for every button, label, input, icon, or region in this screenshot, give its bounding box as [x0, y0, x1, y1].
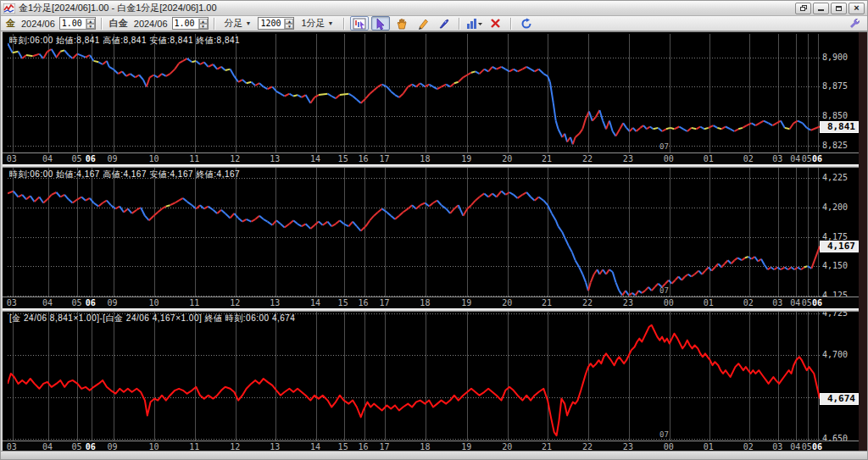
y-tick-label: 4,200: [822, 202, 848, 212]
spin-down-icon[interactable]: ▼: [199, 24, 208, 29]
maximize-icon: [836, 6, 842, 11]
minimize-icon: [818, 9, 824, 11]
x-tick-label: 06: [812, 154, 822, 163]
x-tick-label: 06: [86, 154, 96, 163]
spread-formula-readout: [金 24/06 8,841×1.00]-[白金 24/06 4,167×1.0…: [9, 313, 295, 324]
x-tick-label: 15: [338, 154, 348, 163]
refresh-button[interactable]: [517, 16, 536, 30]
window-bottom-frame: [1, 451, 867, 459]
gold-plot[interactable]: [8, 34, 820, 152]
pen-tool-button[interactable]: [435, 16, 453, 30]
y-tick-label: 4,150: [822, 261, 848, 270]
histogram-tool-button[interactable]: [465, 16, 484, 30]
chart-region: 時刻:06:00 始値:8,841 高値:8,841 安値:8,841 終値:8…: [3, 31, 867, 452]
x-tick-label: 13: [270, 154, 280, 163]
gold-ohlc-readout: 時刻:06:00 始値:8,841 高値:8,841 安値:8,841 終値:8…: [9, 35, 240, 47]
spin-down-icon[interactable]: ▼: [86, 24, 95, 29]
spread-price-axis: 4,7254,7004,6754,6504,674: [820, 312, 859, 441]
toolbar: 金 2024/06 ▲▼ 白金 2024/06 ▲▼ 分足 ▼ ▲▼ 1分足 ▼: [1, 16, 867, 31]
spin-down-icon[interactable]: ▼: [285, 24, 293, 29]
x-tick-label: 09: [108, 154, 118, 163]
x-tick-label: 00: [664, 298, 674, 308]
gold-multiplier-spinner: ▲▼: [59, 17, 96, 30]
x-tick-label: 10: [148, 154, 159, 163]
x-tick-label: 12: [230, 154, 240, 163]
x-tick-label: 03: [7, 298, 17, 308]
x-tick-label: 02: [743, 298, 754, 308]
y-tick-label: 4,650: [822, 434, 848, 441]
gold-label: 金: [4, 17, 17, 30]
x-tick-label: 18: [420, 298, 430, 308]
y-tick-label: 4,125: [822, 291, 848, 297]
spread-plot[interactable]: [8, 312, 820, 441]
select-cursor-tool-button[interactable]: [371, 16, 390, 30]
delete-tool-button[interactable]: [487, 16, 505, 30]
toolbar-separator: [101, 18, 103, 30]
y-tick-label: 4,700: [822, 350, 848, 359]
chart-cursor-icon: [353, 18, 366, 30]
y-tick-label: 8,850: [822, 111, 848, 120]
bar-count-input[interactable]: [259, 18, 284, 29]
histogram-icon: [466, 18, 483, 30]
x-tick-label: 20: [502, 298, 512, 308]
x-tick-label: 22: [582, 154, 593, 163]
x-tick-label: 14: [310, 298, 320, 308]
x-tick-label: 04: [790, 154, 800, 163]
x-tick-label: 04: [42, 154, 53, 163]
platinum-price-chart[interactable]: [8, 168, 820, 297]
x-tick-label: 03: [772, 298, 782, 308]
gold-multiplier-input[interactable]: [60, 18, 86, 29]
settings-wrench-button[interactable]: [845, 16, 864, 30]
last-price-badge: 8,841: [820, 121, 859, 133]
period-dropdown[interactable]: 1分足 ▼: [297, 17, 337, 30]
x-tick-label: 05: [802, 298, 812, 308]
x-tick-label: 17: [379, 298, 389, 308]
x-tick-label: 16: [359, 154, 369, 163]
x-tick-label: 13: [270, 298, 280, 308]
bar-type-label: 分足: [225, 17, 243, 30]
x-tick-label: 23: [623, 154, 633, 163]
spread-chart-panel: [金 24/06 8,841×1.00]-[白金 24/06 4,167×1.0…: [3, 312, 859, 452]
gold-price-chart[interactable]: [8, 34, 820, 152]
x-tick-label: 22: [582, 298, 593, 308]
x-tick-label: 06: [86, 298, 96, 308]
platinum-plot[interactable]: [8, 168, 820, 297]
refresh-icon: [520, 18, 532, 30]
x-tick-label: 05: [802, 154, 812, 163]
x-tick-label: 15: [338, 298, 348, 308]
x-tick-label: 02: [743, 154, 754, 163]
gold-price-axis: 8,9008,8758,8508,8258,841: [820, 34, 859, 152]
bar-type-dropdown[interactable]: 分足 ▼: [220, 17, 256, 30]
platinum-multiplier-spinner: ▲▼: [172, 17, 209, 30]
toolbar-separator: [459, 18, 460, 30]
app-icon: [3, 3, 15, 14]
platinum-time-axis: 0304050609101112131415161718192021222300…: [3, 297, 859, 308]
hand-icon: [396, 18, 408, 30]
x-tick-label: 20: [502, 154, 512, 163]
maximize-button[interactable]: [831, 3, 847, 14]
x-tick-label: 21: [542, 298, 552, 308]
platinum-multiplier-input[interactable]: [173, 18, 198, 29]
x-tick-label: 11: [189, 154, 199, 163]
bar-count-spinner: ▲▼: [258, 17, 294, 30]
toolbar-separator: [510, 18, 512, 30]
x-tick-label: 19: [461, 298, 471, 308]
platinum-price-axis: 4,2254,2004,1754,1504,1254,167: [820, 168, 859, 297]
minimize-button[interactable]: [813, 3, 829, 14]
last-price-badge: 4,167: [820, 241, 859, 252]
x-tick-label: 03: [772, 154, 782, 163]
x-tick-label: 05: [71, 298, 81, 308]
date-change-marker: 07: [659, 286, 669, 295]
chart-cursor-tool-button[interactable]: [350, 16, 369, 30]
platinum-ohlc-readout: 時刻:06:00 始値:4,167 高値:4,167 安値:4,167 終値:4…: [9, 169, 240, 180]
x-tick-label: 11: [189, 298, 199, 308]
close-button[interactable]: ×: [849, 3, 865, 14]
spread-line-chart[interactable]: [8, 312, 820, 441]
float-window-button[interactable]: [795, 3, 811, 14]
date-change-marker: 07: [659, 430, 669, 439]
gold-chart-panel: 時刻:06:00 始値:8,841 高値:8,841 安値:8,841 終値:8…: [3, 34, 859, 164]
pencil-tool-button[interactable]: [414, 16, 432, 30]
date-change-marker: 07: [659, 142, 669, 151]
last-price-badge: 4,674: [820, 393, 859, 405]
pan-hand-tool-button[interactable]: [392, 16, 411, 30]
